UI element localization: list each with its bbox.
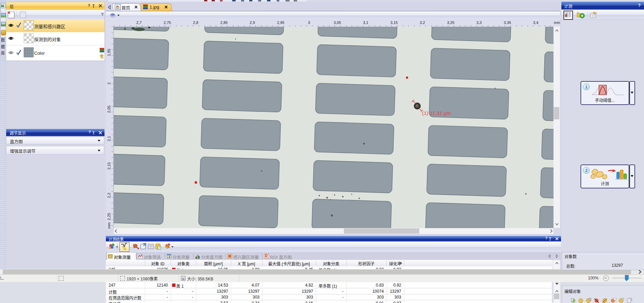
svg-text:(1) 11.31 μm: (1) 11.31 μm bbox=[422, 110, 451, 116]
